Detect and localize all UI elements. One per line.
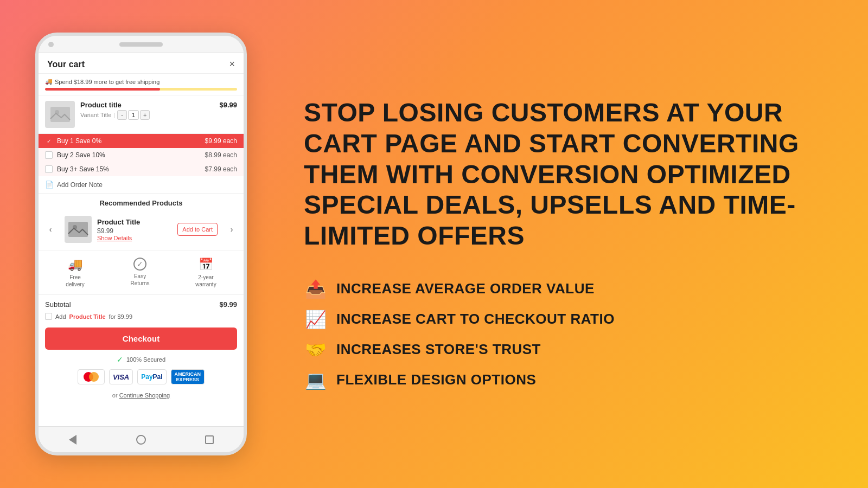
- feature-item-4: 💻 FLEXIBLE DESIGN OPTIONS: [304, 370, 835, 390]
- qty-value: 1: [128, 110, 139, 120]
- recommended-carousel: ‹ Product Title $9.: [45, 211, 237, 247]
- note-icon: 📄: [45, 181, 54, 189]
- delivery-label: Freedelivery: [66, 274, 84, 288]
- mastercard-icon: [78, 369, 105, 384]
- recommended-title: Recommended Products: [45, 199, 237, 207]
- nav-home-button[interactable]: [135, 433, 148, 446]
- delivery-icon: 🚚: [68, 258, 82, 272]
- shipping-message: Spend $18.99 more to get free shipping: [55, 79, 159, 85]
- phone-nav-bar: [39, 426, 244, 452]
- rec-product-name: Product Title: [97, 218, 172, 226]
- shipping-progress-fill: [45, 88, 160, 91]
- bundle-price-1: $9.99 each: [205, 137, 237, 145]
- svg-point-5: [89, 372, 99, 382]
- secured-label: 100% Secured: [126, 356, 165, 363]
- warranty-icon: 📅: [199, 258, 213, 272]
- feature-text-4: FLEXIBLE DESIGN OPTIONS: [336, 371, 536, 388]
- secured-row: ✓ 100% Secured: [39, 353, 244, 366]
- subtotal-label: Subtotal: [45, 300, 71, 309]
- svg-rect-0: [50, 107, 70, 122]
- rec-info: Product Title $9.99 Show Details: [97, 218, 172, 241]
- nav-back-button[interactable]: [66, 433, 79, 446]
- shipping-text: 🚚 Spend $18.99 more to get free shipping: [45, 78, 237, 85]
- trust-badge-returns: ✓ EasyReturns: [131, 258, 150, 288]
- features-list: 📤 INCREASE AVERAGE ORDER VALUE 📈 INCREAS…: [304, 279, 835, 390]
- recommended-card: Product Title $9.99 Show Details Add to …: [60, 211, 222, 247]
- rec-product-price: $9.99: [97, 227, 172, 235]
- bundle-option-3[interactable]: Buy 3+ Save 15% $7.99 each: [39, 162, 244, 176]
- left-panel: Your cart × 🚚 Spend $18.99 more to get f…: [0, 0, 282, 488]
- continue-or-text: or: [112, 392, 118, 399]
- secured-icon: ✓: [117, 355, 123, 364]
- qty-decrease-btn[interactable]: -: [117, 110, 127, 120]
- rec-details-link[interactable]: Show Details: [97, 235, 172, 241]
- feature-text-3: INCREASES STORE'S TRUST: [336, 341, 541, 358]
- bundle-checkbox-3: [45, 165, 53, 173]
- shipping-bar-area: 🚚 Spend $18.99 more to get free shipping: [39, 74, 244, 95]
- subtotal-row: Subtotal $9.99: [39, 295, 244, 311]
- upsell-row: Add Product Title for $9.99: [39, 311, 244, 324]
- bundle-option-1[interactable]: Buy 1 Save 0% $9.99 each: [39, 134, 244, 148]
- checkout-button[interactable]: Checkout: [45, 328, 237, 350]
- back-icon: [69, 435, 76, 445]
- separator: |: [113, 112, 115, 118]
- trust-badges-row: 🚚 Freedelivery ✓ EasyReturns 📅 2-yearwar…: [39, 251, 244, 295]
- phone-bar-mid: [119, 42, 163, 47]
- main-headline: STOP LOSING CUSTOMERS AT YOUR CART PAGE …: [304, 98, 835, 251]
- trust-badge-delivery: 🚚 Freedelivery: [66, 258, 84, 288]
- cart-header: Your cart ×: [39, 53, 244, 74]
- bundle-price-2: $8.99 each: [205, 151, 237, 159]
- product-variant: Variant Title: [80, 112, 111, 118]
- recent-icon: [205, 435, 214, 444]
- carousel-next-arrow[interactable]: ›: [226, 224, 237, 235]
- upsell-text: Add: [55, 313, 66, 320]
- phone-status-bar: [39, 36, 244, 53]
- bundle-checkbox-2: [45, 151, 53, 159]
- feature-emoji-4: 💻: [304, 370, 328, 390]
- bundle-label-1: Buy 1 Save 0%: [57, 137, 201, 145]
- home-icon: [136, 435, 146, 445]
- shipping-progress-bar: [45, 88, 237, 91]
- product-variant-row: Variant Title | - 1 +: [80, 110, 237, 120]
- upsell-checkbox[interactable]: [45, 313, 52, 320]
- bundle-price-3: $7.99 each: [205, 165, 237, 173]
- cart-scroll-area[interactable]: Your cart × 🚚 Spend $18.99 more to get f…: [39, 53, 244, 426]
- order-note-label: Add Order Note: [57, 181, 103, 189]
- upsell-product-link[interactable]: Product Title: [69, 313, 106, 320]
- continue-shopping-link[interactable]: Continue Shopping: [119, 392, 170, 399]
- product-price: $9.99: [219, 101, 237, 109]
- feature-text-2: INCREASE CART TO CHECKOUT RATIO: [336, 311, 615, 328]
- subtotal-amount: $9.99: [219, 300, 237, 309]
- visa-icon: VISA: [109, 369, 133, 384]
- feature-item-3: 🤝 INCREASES STORE'S TRUST: [304, 339, 835, 360]
- bundle-label-2: Buy 2 Save 10%: [57, 151, 201, 159]
- returns-icon: ✓: [133, 258, 146, 271]
- phone-camera: [48, 42, 54, 47]
- close-button[interactable]: ×: [229, 59, 235, 70]
- bundle-checkbox-1: [45, 137, 53, 145]
- rec-add-to-cart-button[interactable]: Add to Cart: [177, 223, 218, 236]
- right-panel: STOP LOSING CUSTOMERS AT YOUR CART PAGE …: [282, 76, 868, 412]
- returns-label: EasyReturns: [131, 273, 150, 287]
- order-note-row[interactable]: 📄 Add Order Note: [39, 176, 244, 194]
- product-name-row: Product title $9.99: [80, 101, 237, 109]
- upsell-price: for $9.99: [109, 313, 132, 320]
- trust-badge-warranty: 📅 2-yearwarranty: [195, 258, 216, 288]
- bundle-option-2[interactable]: Buy 2 Save 10% $8.99 each: [39, 148, 244, 162]
- recommended-section: Recommended Products ‹: [39, 194, 244, 251]
- feature-item-1: 📤 INCREASE AVERAGE ORDER VALUE: [304, 279, 835, 299]
- warranty-label: 2-yearwarranty: [195, 274, 216, 288]
- qty-control[interactable]: - 1 +: [117, 110, 150, 120]
- cart-title: Your cart: [47, 60, 85, 69]
- payment-icons-row: VISA PayPal AMERICANEXPRESS: [39, 366, 244, 390]
- nav-recent-button[interactable]: [203, 433, 216, 446]
- amex-icon: AMERICANEXPRESS: [171, 369, 205, 384]
- cart-product-item: Product title $9.99 Variant Title | - 1 …: [39, 95, 244, 134]
- feature-item-2: 📈 INCREASE CART TO CHECKOUT RATIO: [304, 309, 835, 330]
- feature-emoji-3: 🤝: [304, 339, 328, 360]
- product-image: [45, 101, 75, 128]
- qty-increase-btn[interactable]: +: [140, 110, 150, 120]
- product-info: Product title $9.99 Variant Title | - 1 …: [80, 101, 237, 120]
- carousel-prev-arrow[interactable]: ‹: [45, 224, 56, 235]
- paypal-icon: PayPal: [137, 369, 166, 384]
